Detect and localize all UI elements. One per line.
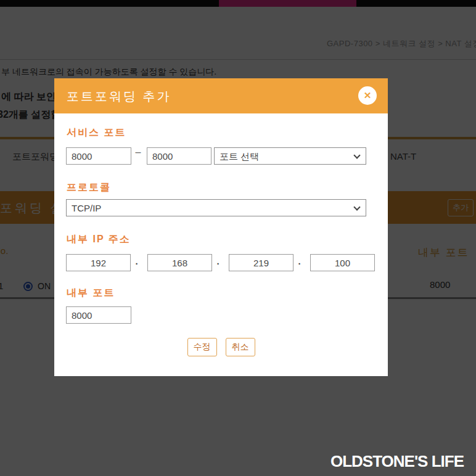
- port-range-separator: –: [133, 147, 144, 158]
- dialog-header: 포트포워딩 추가 ✕: [54, 78, 388, 113]
- ip-dot-separator: .: [294, 256, 305, 266]
- ip-dot-separator: .: [131, 256, 142, 266]
- close-icon: ✕: [364, 90, 372, 101]
- ip-octet-1-input[interactable]: [66, 254, 131, 271]
- port-select[interactable]: 포트 선택: [214, 147, 366, 165]
- cancel-button[interactable]: 취소: [226, 338, 255, 356]
- internal-port-input[interactable]: [66, 306, 131, 324]
- dialog-button-row: 수정 취소: [54, 338, 388, 356]
- protocol-select[interactable]: TCP/IP: [66, 199, 366, 216]
- service-port-from-input[interactable]: [66, 147, 131, 165]
- submit-button[interactable]: 수정: [187, 338, 217, 356]
- service-port-label: 서비스 포트: [67, 126, 126, 139]
- ip-dot-separator: .: [213, 256, 223, 266]
- ip-octet-4-input[interactable]: [310, 254, 375, 271]
- dialog-title: 포트포워딩 추가: [67, 88, 171, 105]
- ip-octet-3-input[interactable]: [229, 254, 293, 271]
- close-button[interactable]: ✕: [358, 86, 377, 105]
- port-select-wrap: 포트 선택: [214, 147, 366, 165]
- screen: GAPD-7300 > 네트워크 설정 > NAT 설정 부 네트워크로의 접속…: [0, 0, 476, 476]
- watermark-text: OLDSTONE'S LIFE: [330, 452, 464, 471]
- internal-ip-label: 내부 IP 주소: [67, 233, 131, 246]
- service-port-to-input[interactable]: [147, 147, 211, 165]
- protocol-label: 프로토콜: [67, 181, 111, 194]
- protocol-select-wrap: TCP/IP: [66, 199, 366, 216]
- ip-octet-2-input[interactable]: [147, 254, 212, 271]
- internal-port-label: 내부 포트: [67, 287, 115, 300]
- port-forwarding-add-dialog: 포트포워딩 추가 ✕ 서비스 포트 – 포트 선택 프로토콜 TCP/IP 내부…: [54, 78, 388, 376]
